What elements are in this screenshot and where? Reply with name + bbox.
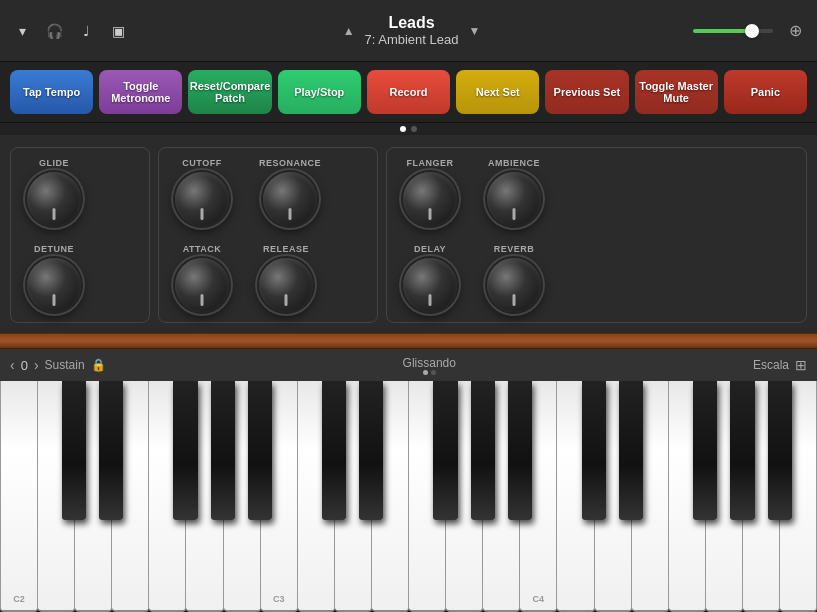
white-key[interactable] [75, 381, 112, 612]
ambience-label: AMBIENCE [488, 158, 540, 168]
white-key[interactable] [149, 381, 186, 612]
menu-icon[interactable]: ▾ [10, 19, 34, 43]
release-label: RELEASE [263, 244, 309, 254]
page-dot-2[interactable] [411, 126, 417, 132]
detune-control: DETUNE [27, 244, 81, 312]
white-key[interactable]: C3 [261, 381, 298, 612]
patch-nav: ▲ Leads 7: Ambient Lead ▼ [343, 14, 481, 47]
white-key[interactable]: C2 [0, 381, 38, 612]
filter-group: CUTOFF RESONANCE ATTACK RELEASE [158, 147, 378, 323]
patch-up-arrow[interactable]: ▲ [343, 24, 355, 38]
knob-row-top: GLIDE [27, 158, 133, 226]
next-set-button[interactable]: Next Set [456, 70, 539, 114]
app-container: ▾ 🎧 ♩ ▣ ▲ Leads 7: Ambient Lead ▼ ⊕ [0, 0, 817, 612]
reverb-control: REVERB [487, 244, 541, 312]
detune-label: DETUNE [34, 244, 74, 254]
glide-control: GLIDE [27, 158, 81, 226]
effects-bottom-row: DELAY REVERB [403, 244, 790, 312]
metronome-icon[interactable]: ♩ [74, 19, 98, 43]
ambience-knob[interactable] [487, 172, 541, 226]
sustain-label: Sustain [45, 358, 85, 372]
patch-down-arrow[interactable]: ▼ [468, 24, 480, 38]
white-key[interactable] [38, 381, 75, 612]
release-control: RELEASE [259, 244, 313, 312]
toggle-master-mute-button[interactable]: Toggle Master Mute [635, 70, 718, 114]
white-key[interactable] [224, 381, 261, 612]
piano-keyboard[interactable]: C2C3C4 [0, 381, 817, 612]
delay-knob[interactable] [403, 258, 457, 312]
glide-knob[interactable] [27, 172, 81, 226]
reset-compare-button[interactable]: Reset/Compare Patch [188, 70, 271, 114]
white-key[interactable] [186, 381, 223, 612]
cutoff-knob[interactable] [175, 172, 229, 226]
kb-center-controls: Glissando [403, 356, 456, 375]
modulation-group: GLIDE DETUNE [10, 147, 150, 323]
effects-group: FLANGER AMBIENCE DELAY REVERB [386, 147, 807, 323]
toggle-metronome-button[interactable]: Toggle Metronome [99, 70, 182, 114]
flanger-knob[interactable] [403, 172, 457, 226]
glissando-label: Glissando [403, 356, 456, 370]
white-key[interactable]: C4 [520, 381, 557, 612]
panic-button[interactable]: Panic [724, 70, 807, 114]
attack-knob[interactable] [175, 258, 229, 312]
flanger-control: FLANGER [403, 158, 457, 226]
kb-right-controls: Escala ⊞ [753, 357, 807, 373]
white-key[interactable] [409, 381, 446, 612]
white-key[interactable] [557, 381, 594, 612]
white-key[interactable] [335, 381, 372, 612]
white-key[interactable] [298, 381, 335, 612]
volume-thumb [745, 24, 759, 38]
lock-icon[interactable]: 🔒 [91, 358, 106, 372]
volume-control[interactable] [693, 29, 773, 33]
white-key[interactable] [483, 381, 520, 612]
scala-label: Escala [753, 358, 789, 372]
white-key[interactable] [632, 381, 669, 612]
reverb-knob[interactable] [487, 258, 541, 312]
patch-title: Leads [388, 14, 434, 32]
white-key[interactable] [112, 381, 149, 612]
resonance-label: RESONANCE [259, 158, 321, 168]
flanger-label: FLANGER [407, 158, 454, 168]
octave-up-arrow[interactable]: › [34, 357, 39, 373]
resonance-control: RESONANCE [259, 158, 321, 226]
delay-control: DELAY [403, 244, 457, 312]
detune-knob[interactable] [27, 258, 81, 312]
white-key[interactable] [743, 381, 780, 612]
top-bar-left: ▾ 🎧 ♩ ▣ [10, 19, 130, 43]
wood-strip [0, 333, 817, 349]
tap-tempo-button[interactable]: Tap Tempo [10, 70, 93, 114]
white-key[interactable] [706, 381, 743, 612]
attack-control: ATTACK [175, 244, 229, 312]
glissando-dot-2[interactable] [431, 370, 436, 375]
headphones-icon[interactable]: 🎧 [42, 19, 66, 43]
page-dot-1[interactable] [400, 126, 406, 132]
settings-icon[interactable]: ⊕ [783, 19, 807, 43]
button-row: Tap Tempo Toggle Metronome Reset/Compare… [0, 62, 817, 123]
resonance-knob[interactable] [263, 172, 317, 226]
play-stop-button[interactable]: Play/Stop [278, 70, 361, 114]
piano-grid-icon[interactable]: ⊞ [795, 357, 807, 373]
piano-white-keys: C2C3C4 [0, 381, 817, 612]
patch-subtitle: 7: Ambient Lead [365, 32, 459, 47]
white-key[interactable] [372, 381, 409, 612]
glissando-dot-1[interactable] [423, 370, 428, 375]
previous-set-button[interactable]: Previous Set [545, 70, 628, 114]
octave-down-arrow[interactable]: ‹ [10, 357, 15, 373]
octave-display: 0 [21, 358, 28, 373]
white-key[interactable] [446, 381, 483, 612]
keyboard-controls: ‹ 0 › Sustain 🔒 Glissando Escala ⊞ [0, 349, 817, 381]
record-button[interactable]: Record [367, 70, 450, 114]
layout-icon[interactable]: ▣ [106, 19, 130, 43]
white-key[interactable] [780, 381, 817, 612]
filter-top-row: CUTOFF RESONANCE [175, 158, 361, 226]
top-bar: ▾ 🎧 ♩ ▣ ▲ Leads 7: Ambient Lead ▼ ⊕ [0, 0, 817, 62]
volume-slider[interactable] [693, 29, 773, 33]
delay-label: DELAY [414, 244, 446, 254]
white-key[interactable] [595, 381, 632, 612]
cutoff-label: CUTOFF [182, 158, 221, 168]
release-knob[interactable] [259, 258, 313, 312]
white-key[interactable] [669, 381, 706, 612]
attack-label: ATTACK [183, 244, 222, 254]
knobs-section: GLIDE DETUNE CUTOFF RESONANCE [0, 135, 817, 333]
glide-label: GLIDE [39, 158, 69, 168]
